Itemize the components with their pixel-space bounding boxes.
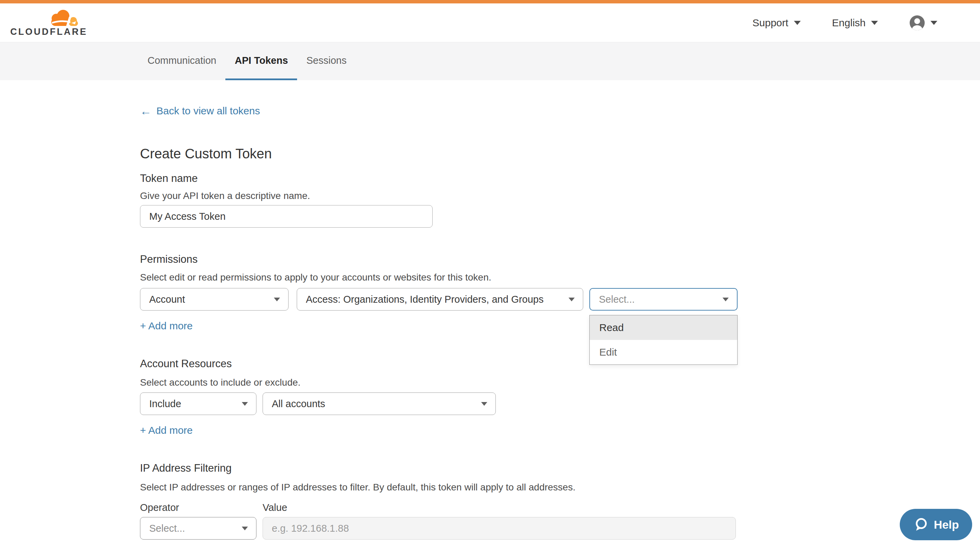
help-button[interactable]: Help (900, 509, 972, 540)
token-name-description: Give your API token a descriptive name. (140, 191, 738, 201)
account-resources-add-more-link[interactable]: + Add more (140, 425, 192, 436)
token-name-section: Token name Give your API token a descrip… (140, 172, 738, 228)
chevron-down-icon (274, 298, 280, 301)
permission-scope-select[interactable]: Account (140, 288, 288, 311)
chat-bubble-icon (913, 517, 929, 532)
permission-resource-value: Access: Organizations, Identity Provider… (306, 294, 544, 305)
resource-mode-select[interactable]: Include (140, 392, 256, 415)
permissions-add-more-link[interactable]: + Add more (140, 320, 192, 332)
resource-mode-value: Include (149, 398, 181, 409)
permissions-row: Account Access: Organizations, Identity … (140, 288, 738, 311)
support-menu[interactable]: Support (752, 17, 801, 29)
permissions-heading: Permissions (140, 253, 738, 265)
help-button-label: Help (934, 518, 959, 531)
back-link[interactable]: ← Back to view all tokens (140, 105, 260, 117)
chevron-down-icon (722, 298, 729, 301)
account-resources-row: Include All accounts (140, 392, 738, 415)
permission-level-menu: Read Edit (589, 315, 738, 365)
permissions-description: Select edit or read permissions to apply… (140, 272, 738, 282)
permission-level-placeholder: Select... (599, 294, 635, 305)
permissions-section: Permissions Select edit or read permissi… (140, 253, 738, 332)
page-title: Create Custom Token (140, 146, 738, 162)
chevron-down-icon (794, 21, 801, 25)
permission-level-select[interactable]: Select... (589, 288, 738, 311)
tab-sessions[interactable]: Sessions (297, 42, 356, 80)
header-controls: Support English (752, 15, 937, 31)
app-header: CLOUDFLARE Support English (0, 3, 980, 42)
token-name-heading: Token name (140, 172, 738, 185)
resource-accounts-value: All accounts (272, 398, 325, 409)
account-menu[interactable] (909, 15, 937, 31)
account-resources-description: Select accounts to include or exclude. (140, 377, 738, 388)
language-menu[interactable]: English (832, 17, 878, 29)
cloudflare-logo: CLOUDFLARE (10, 8, 82, 37)
ip-filtering-description: Select IP addresses or ranges of IP addr… (140, 482, 738, 492)
token-name-input[interactable] (140, 205, 433, 228)
operator-label: Operator (140, 502, 262, 513)
account-resources-section: Account Resources Select accounts to inc… (140, 358, 738, 436)
ip-operator-placeholder: Select... (149, 523, 185, 534)
chevron-down-icon (871, 21, 878, 25)
ip-filtering-section: IP Address Filtering Select IP addresses… (140, 462, 738, 539)
support-menu-label: Support (752, 17, 788, 29)
brand-accent-bar (0, 0, 980, 3)
cloudflare-wordmark: CLOUDFLARE (10, 27, 82, 37)
value-label: Value (262, 502, 287, 513)
chevron-down-icon (568, 298, 575, 301)
chevron-down-icon (242, 527, 248, 530)
permission-level-select-wrap: Select... Read Edit (589, 288, 738, 311)
menu-option-read[interactable]: Read (590, 316, 737, 340)
resource-accounts-select[interactable]: All accounts (262, 392, 496, 415)
ip-filtering-heading: IP Address Filtering (140, 462, 738, 474)
ip-operator-select[interactable]: Select... (140, 517, 256, 539)
back-arrow-icon: ← (140, 105, 152, 117)
language-menu-label: English (832, 17, 865, 29)
permission-scope-value: Account (149, 294, 185, 305)
ip-filtering-row: Select... (140, 517, 738, 539)
permission-resource-select[interactable]: Access: Organizations, Identity Provider… (297, 288, 583, 311)
ip-value-input[interactable] (262, 517, 736, 539)
tab-communication[interactable]: Communication (138, 42, 225, 80)
menu-option-edit[interactable]: Edit (590, 340, 737, 365)
profile-tabbar: Communication API Tokens Sessions (0, 42, 980, 80)
tab-api-tokens[interactable]: API Tokens (225, 42, 297, 80)
chevron-down-icon (931, 21, 937, 25)
cloudflare-cloud-icon (44, 8, 81, 26)
user-avatar-icon (909, 15, 925, 31)
chevron-down-icon (481, 402, 487, 406)
chevron-down-icon (242, 402, 248, 406)
ip-filtering-labels: Operator Value (140, 502, 738, 513)
main-content: ← Back to view all tokens Create Custom … (140, 80, 738, 539)
back-link-label: Back to view all tokens (156, 105, 260, 117)
